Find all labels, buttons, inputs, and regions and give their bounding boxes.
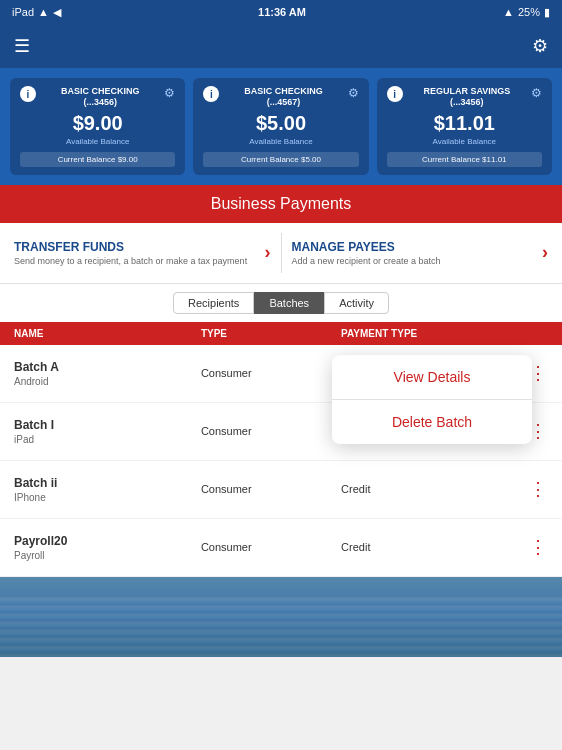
batch-ii-name: Batch ii [14,476,201,490]
action-divider [281,233,282,273]
batch-ii-payment: Credit [341,483,528,495]
payroll20-sub: Payroll [14,550,201,561]
batch-a-name: Batch A [14,360,201,374]
card-balance-1: $9.00 [20,112,175,135]
settings-button[interactable]: ⚙ [532,35,548,57]
payroll20-type: Consumer [201,541,341,553]
bluetooth-icon: ▲ [503,6,514,18]
manage-title: MANAGE PAYEES [292,240,441,254]
status-time: 11:36 AM [258,6,306,18]
batch-a-name-group: Batch A Android [14,360,201,387]
table-row-batch-a[interactable]: Batch A Android Consumer ⋮ View Details … [0,345,562,403]
table-header: NAME TYPE PAYMENT TYPE [0,322,562,345]
card-current-3: Current Balance $11.01 [387,152,542,167]
status-left: iPad ▲ ◀ [12,6,61,19]
tabs-row: Recipients Batches Activity [0,284,562,322]
transfer-arrow-icon: › [265,242,271,263]
wifi-icon: ▲ [38,6,49,18]
card-current-1: Current Balance $9.00 [20,152,175,167]
table-body: Batch A Android Consumer ⋮ View Details … [0,345,562,577]
card-current-2: Current Balance $5.00 [203,152,358,167]
card-header-1: i BASIC CHECKING(...3456) ⚙ [20,86,175,108]
context-menu-delete-batch[interactable]: Delete Batch [332,400,532,444]
card-balance-3: $11.01 [387,112,542,135]
device-label: iPad [12,6,34,18]
actions-row: TRANSFER FUNDS Send money to a recipient… [0,223,562,284]
card-balance-2: $5.00 [203,112,358,135]
payroll20-name: Payroll20 [14,534,201,548]
payroll20-dots-button[interactable]: ⋮ [529,538,547,556]
transfer-title: TRANSFER FUNDS [14,240,247,254]
transfer-text-group: TRANSFER FUNDS Send money to a recipient… [14,240,247,266]
status-bar: iPad ▲ ◀ 11:36 AM ▲ 25% ▮ [0,0,562,24]
col-header-more [528,328,548,339]
batch-ii-dots-button[interactable]: ⋮ [529,480,547,498]
tab-recipients[interactable]: Recipients [173,292,254,314]
card-title-3: REGULAR SAVINGS(...3456) [403,86,531,108]
bottom-image [0,577,562,657]
battery-icon: ▮ [544,6,550,19]
payroll20-more[interactable]: ⋮ [528,538,548,556]
menu-button[interactable]: ☰ [14,35,30,57]
card-available-1: Available Balance [20,137,175,146]
manage-payees-action[interactable]: MANAGE PAYEES Add a new recipient or cre… [292,240,549,266]
card-title-2: BASIC CHECKING(...4567) [219,86,347,108]
battery-label: 25% [518,6,540,18]
account-card-3[interactable]: i REGULAR SAVINGS(...3456) ⚙ $11.01 Avai… [377,78,552,175]
card-title-1: BASIC CHECKING(...3456) [36,86,164,108]
table-row-batch-ii[interactable]: Batch ii IPhone Consumer Credit ⋮ [0,461,562,519]
signal-icon: ◀ [53,6,61,19]
batch-a-sub: Android [14,376,201,387]
batch-ii-name-group: Batch ii IPhone [14,476,201,503]
account-cards-section: i BASIC CHECKING(...3456) ⚙ $9.00 Availa… [0,68,562,185]
context-menu: View Details Delete Batch [332,355,532,444]
tab-batches[interactable]: Batches [254,292,324,314]
card-header-2: i BASIC CHECKING(...4567) ⚙ [203,86,358,108]
batch-i-sub: iPad [14,434,201,445]
business-payments-header: Business Payments [0,185,562,223]
payroll20-name-group: Payroll20 Payroll [14,534,201,561]
payroll20-payment: Credit [341,541,528,553]
table-row-payroll20[interactable]: Payroll20 Payroll Consumer Credit ⋮ [0,519,562,577]
transfer-desc: Send money to a recipient, a batch or ma… [14,256,247,266]
info-icon-2[interactable]: i [203,86,219,102]
card-available-3: Available Balance [387,137,542,146]
batch-ii-sub: IPhone [14,492,201,503]
batch-a-type: Consumer [201,367,341,379]
nav-bar: ☰ ⚙ [0,24,562,68]
card-available-2: Available Balance [203,137,358,146]
context-menu-view-details[interactable]: View Details [332,355,532,399]
col-header-payment: PAYMENT TYPE [341,328,528,339]
info-icon-3[interactable]: i [387,86,403,102]
manage-desc: Add a new recipient or create a batch [292,256,441,266]
info-icon-1[interactable]: i [20,86,36,102]
account-card-2[interactable]: i BASIC CHECKING(...4567) ⚙ $5.00 Availa… [193,78,368,175]
status-right: ▲ 25% ▮ [503,6,550,19]
manage-text-group: MANAGE PAYEES Add a new recipient or cre… [292,240,441,266]
account-card-1[interactable]: i BASIC CHECKING(...3456) ⚙ $9.00 Availa… [10,78,185,175]
batch-ii-type: Consumer [201,483,341,495]
batch-ii-more[interactable]: ⋮ [528,480,548,498]
transfer-funds-action[interactable]: TRANSFER FUNDS Send money to a recipient… [14,240,271,266]
manage-arrow-icon: › [542,242,548,263]
card-gear-2[interactable]: ⚙ [348,86,359,100]
card-header-3: i REGULAR SAVINGS(...3456) ⚙ [387,86,542,108]
col-header-type: TYPE [201,328,341,339]
batch-i-name: Batch I [14,418,201,432]
card-gear-1[interactable]: ⚙ [164,86,175,100]
card-gear-3[interactable]: ⚙ [531,86,542,100]
batch-i-name-group: Batch I iPad [14,418,201,445]
col-header-name: NAME [14,328,201,339]
tab-activity[interactable]: Activity [324,292,389,314]
batch-i-type: Consumer [201,425,341,437]
water-ripple [0,597,562,657]
